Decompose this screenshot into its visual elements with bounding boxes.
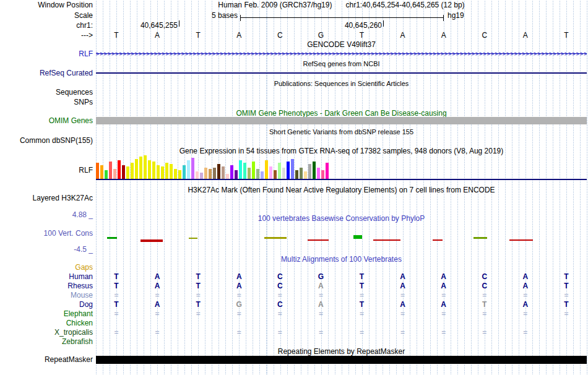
gtex-tissue-bar[interactable] bbox=[300, 168, 303, 179]
gtex-tissue-bar[interactable] bbox=[252, 162, 255, 179]
alignment-cell bbox=[383, 337, 423, 347]
refseq-gene-line[interactable] bbox=[96, 72, 587, 74]
gtex-tissue-bar[interactable] bbox=[204, 168, 207, 179]
gtex-tissue-bar[interactable] bbox=[113, 169, 116, 179]
gtex-tissue-bar[interactable] bbox=[321, 170, 324, 179]
gtex-tissue-bar[interactable] bbox=[317, 168, 320, 179]
gencode-gene-line[interactable]: >>>>>>>>>>>>>>>>>>>>>>>>>>>>>>>>>>>>>>>>… bbox=[96, 51, 587, 57]
gtex-tissue-bar[interactable] bbox=[170, 164, 173, 179]
omim-gene-bar[interactable] bbox=[96, 117, 587, 124]
gtex-tissue-bar[interactable] bbox=[291, 159, 294, 179]
track-title-gencode[interactable]: GENCODE V49lift37 bbox=[96, 40, 587, 49]
gtex-tissue-bar[interactable] bbox=[282, 168, 285, 179]
track-title-dbsnp[interactable]: Short Genetic Variants from dbSNP releas… bbox=[96, 127, 587, 136]
gtex-tissue-bar[interactable] bbox=[269, 166, 272, 179]
track-label-cons[interactable]: 100 Vert. Cons bbox=[0, 229, 93, 238]
gtex-tissue-bar[interactable] bbox=[230, 165, 233, 179]
track-label-repeatmasker[interactable]: RepeatMasker bbox=[0, 355, 93, 364]
track-label-gtex-gene[interactable]: RLF bbox=[0, 166, 93, 175]
gtex-tissue-bar[interactable] bbox=[217, 164, 220, 179]
gtex-tissue-bar[interactable] bbox=[213, 168, 216, 179]
gtex-tissue-bar[interactable] bbox=[313, 162, 316, 179]
track-title-omim[interactable]: OMIM Gene Phenotypes - Dark Green Can Be… bbox=[96, 109, 587, 118]
gtex-tissue-bar[interactable] bbox=[196, 171, 199, 179]
species-label-rhesus[interactable]: Rhesus bbox=[0, 282, 93, 290]
gtex-tissue-bar[interactable] bbox=[157, 165, 160, 179]
gtex-tissue-bar[interactable] bbox=[209, 169, 212, 179]
gtex-tissue-bar[interactable] bbox=[183, 165, 186, 179]
species-label-chicken[interactable]: Chicken bbox=[0, 319, 93, 327]
gtex-tissue-bar[interactable] bbox=[148, 160, 151, 179]
gtex-tissue-bar[interactable] bbox=[248, 168, 251, 179]
gtex-tissue-bar[interactable] bbox=[109, 162, 112, 179]
gtex-tissue-bar[interactable] bbox=[200, 173, 203, 179]
gtex-tissue-bar[interactable] bbox=[161, 166, 164, 179]
base-letter: A bbox=[423, 31, 464, 40]
alignment-cell: C bbox=[259, 300, 300, 309]
gtex-tissue-bar[interactable] bbox=[304, 171, 307, 179]
gtex-tissue-bar[interactable] bbox=[274, 170, 277, 179]
alignment-cell bbox=[259, 319, 300, 328]
alignment-cell: = bbox=[137, 309, 178, 319]
species-label-elephant[interactable]: Elephant bbox=[0, 309, 93, 318]
gtex-tissue-bar[interactable] bbox=[295, 170, 298, 179]
track-title-refseq[interactable]: RefSeq genes from NCBI bbox=[96, 59, 587, 68]
track-title-repeatmasker[interactable]: Repeating Elements by RepeatMasker bbox=[96, 347, 587, 356]
gtex-tissue-bar[interactable] bbox=[122, 165, 125, 179]
gtex-tissue-bar[interactable] bbox=[308, 164, 311, 179]
gtex-tissue-bar[interactable] bbox=[178, 170, 181, 179]
gtex-tissue-bar[interactable] bbox=[100, 165, 103, 179]
track-label-omim[interactable]: OMIM Genes bbox=[0, 116, 93, 125]
alignment-cell bbox=[546, 263, 587, 272]
gtex-tissue-bar[interactable] bbox=[174, 169, 177, 179]
gtex-tissue-bar[interactable] bbox=[278, 163, 281, 179]
track-title-gtex[interactable]: Gene Expression in 54 tissues from GTEx … bbox=[96, 147, 587, 155]
gtex-tissue-bar[interactable] bbox=[243, 163, 246, 179]
track-label-refseq[interactable]: RefSeq Curated bbox=[0, 69, 93, 77]
gtex-tissue-bar[interactable] bbox=[131, 163, 134, 179]
alignment-row-dog: TATGCATAATAT bbox=[96, 300, 587, 309]
gtex-tissue-bar[interactable] bbox=[261, 171, 264, 179]
position-range: chr1:40,645,254-40,645,265 (12 bp) bbox=[345, 1, 464, 9]
track-label-gencode-gene[interactable]: RLF bbox=[0, 50, 93, 58]
track-title-h3k27ac[interactable]: H3K27Ac Mark (Often Found Near Active Re… bbox=[96, 186, 587, 194]
repeatmasker-bar[interactable] bbox=[96, 356, 587, 364]
gtex-tissue-bar[interactable] bbox=[265, 160, 268, 179]
gtex-tissue-bar[interactable] bbox=[96, 163, 99, 179]
track-label-dbsnp[interactable]: Common dbSNP(155) bbox=[0, 136, 93, 145]
species-label-zebrafish[interactable]: Zebrafish bbox=[0, 337, 93, 346]
gtex-tissue-bar[interactable] bbox=[235, 170, 238, 179]
gtex-tissue-bar[interactable] bbox=[191, 158, 194, 179]
gtex-tissue-bar[interactable] bbox=[118, 160, 121, 179]
track-label-snps[interactable]: SNPs bbox=[0, 98, 93, 106]
gtex-tissue-bar[interactable] bbox=[256, 169, 259, 179]
track-title-multiz[interactable]: Multiz Alignments of 100 Vertebrates bbox=[96, 255, 587, 264]
gtex-tissue-bar[interactable] bbox=[139, 157, 142, 179]
gtex-tissue-bar[interactable] bbox=[226, 174, 229, 179]
gtex-tissue-bar[interactable] bbox=[144, 155, 147, 179]
track-title-publications[interactable]: Publications: Sequences in Scientific Ar… bbox=[96, 79, 587, 88]
gtex-tissue-bar[interactable] bbox=[187, 160, 190, 179]
gtex-tissue-bar[interactable] bbox=[287, 162, 290, 179]
gtex-tissue-bar[interactable] bbox=[326, 163, 329, 179]
gtex-tissue-bar[interactable] bbox=[152, 162, 155, 179]
gtex-tissue-bar[interactable] bbox=[135, 159, 138, 179]
alignment-cell bbox=[137, 263, 178, 272]
alignment-cell: A bbox=[505, 282, 546, 291]
gtex-tissue-bar[interactable] bbox=[165, 163, 168, 179]
alignment-cell: A bbox=[137, 300, 178, 309]
species-label-dog[interactable]: Dog bbox=[0, 300, 93, 309]
track-label-h3k27ac[interactable]: Layered H3K27Ac bbox=[0, 194, 93, 202]
species-label-mouse[interactable]: Mouse bbox=[0, 291, 93, 300]
gtex-tissue-bar[interactable] bbox=[126, 166, 129, 179]
species-label-x_tropicalis[interactable]: X_tropicalis bbox=[0, 328, 93, 337]
species-label-human[interactable]: Human bbox=[0, 272, 93, 281]
scale-value: 5 bases bbox=[149, 11, 238, 20]
gtex-tissue-bar[interactable] bbox=[239, 160, 242, 179]
gtex-tissue-bar[interactable] bbox=[105, 170, 108, 179]
alignment-cell: A bbox=[300, 300, 341, 309]
alignment-cell: = bbox=[505, 309, 546, 319]
gtex-tissue-bar[interactable] bbox=[222, 166, 225, 179]
track-label-sequences[interactable]: Sequences bbox=[0, 88, 93, 97]
alignment-cell bbox=[218, 337, 259, 347]
